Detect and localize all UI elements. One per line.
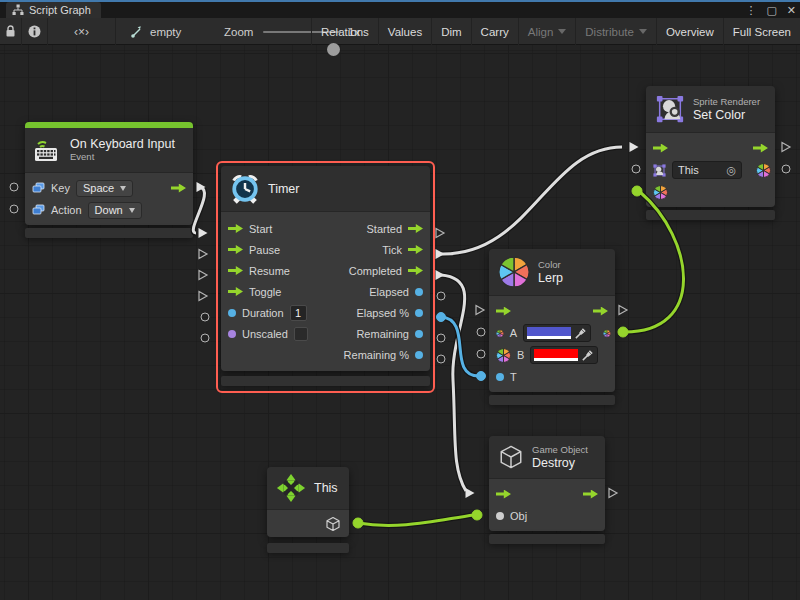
code-view-toggle[interactable]: ‹×› [48,18,116,45]
color-wheel-icon [756,163,771,178]
trigger-out-pin [171,184,186,193]
timer-pause-port[interactable] [198,248,209,260]
destroy-node-header: Game Object Destroy [489,436,605,478]
destroy-obj-port[interactable] [472,510,483,521]
node-timer[interactable]: Timer Start Started Pause Tick Resume Co… [221,166,430,371]
node-this[interactable]: This [267,467,349,537]
timer-row-2: Pause Tick [221,239,430,260]
close-icon[interactable]: ✕ [787,4,796,17]
unscaled-checkbox[interactable] [294,327,308,341]
setcolor-ctrl-in-pin [653,144,668,153]
lerp-node-title: Lerp [538,271,563,285]
lerp-t-row: T [489,366,615,388]
maximize-icon[interactable]: ▢ [766,4,776,17]
target-object-field[interactable]: This ◎ [672,161,742,179]
node-destroy[interactable]: Game Object Destroy Obj [489,436,605,531]
timer-remaining-percent-port[interactable] [437,355,446,364]
node-set-color[interactable]: Sprite Renderer Set Color This ◎ [646,86,775,207]
timer-started-port[interactable] [435,227,446,239]
setcolor-ctrl-out-pin [753,144,768,153]
graph-toolbar: ‹×› empty Zoom 1x Relations Values Dim C… [0,18,800,45]
color-wheel-icon [603,326,611,341]
lerp-a-port[interactable] [477,328,486,337]
window-menu-icon[interactable]: ⋮ [745,4,756,17]
duration-value-field[interactable]: 1 [290,305,307,321]
color-a-swatch[interactable] [527,327,571,339]
values-button[interactable]: Values [378,18,431,45]
destroy-node-category: Game Object [532,444,588,456]
lerp-a-label: A [510,327,517,339]
relations-button[interactable]: Relations [311,18,378,45]
timer-toggle-port[interactable] [198,290,209,302]
keyboard-key-port[interactable] [10,183,19,192]
distribute-button[interactable]: Distribute [575,18,656,45]
keyboard-trigger-out-port[interactable] [195,181,207,194]
duration-in-pin [228,309,236,317]
tab-script-graph[interactable]: Script Graph [6,2,101,18]
sprite-renderer-icon [655,94,685,124]
lerp-result-port[interactable] [618,327,629,338]
timer-remaining-port[interactable] [437,334,446,343]
key-dropdown[interactable]: Space [76,180,133,197]
timer-resume-port[interactable] [198,269,209,281]
destroy-ctrl-out-port[interactable] [608,487,619,499]
timer-unscaled-port[interactable] [201,334,210,343]
info-button[interactable] [22,18,48,45]
timer-duration-port[interactable] [201,313,210,322]
timer-node-title: Timer [268,182,299,196]
keyboard-action-port[interactable] [10,205,19,214]
graph-breadcrumb[interactable]: empty [130,18,181,45]
tick-out-pin [408,245,423,254]
timer-row-7: Remaining % [221,344,430,365]
lerp-ctrl-out-port[interactable] [618,304,629,316]
graph-hierarchy-icon [12,4,24,16]
node-color-lerp[interactable]: Color Lerp A [489,249,615,392]
lerp-b-row: B [489,344,615,366]
setcolor-ctrl-in-port[interactable] [628,141,640,154]
overview-button[interactable]: Overview [656,18,723,45]
this-out-port[interactable] [353,518,364,529]
lock-icon [5,25,16,38]
setcolor-ctrl-out-port[interactable] [781,141,792,153]
carry-button[interactable]: Carry [471,18,518,45]
destroy-node-footer [489,534,605,544]
timer-row-3: Resume Completed [221,260,430,281]
color-b-swatch[interactable] [534,349,578,361]
color-b-field[interactable] [530,346,598,364]
fullscreen-button[interactable]: Full Screen [723,18,800,45]
timer-tick-port[interactable] [434,248,446,261]
node-on-keyboard-input[interactable]: On Keyboard Input Event Key Space Action [25,122,193,225]
dim-button[interactable]: Dim [431,18,470,45]
setcolor-node-body: This ◎ [646,132,775,207]
toolbar-right-group: Relations Values Dim Carry Align Distrib… [311,18,800,45]
align-button[interactable]: Align [518,18,576,45]
obj-in-pin [496,512,504,520]
start-in-pin [228,224,243,233]
setcolor-out-port[interactable] [782,165,791,174]
lerp-b-port[interactable] [477,350,486,359]
timer-elapsed-percent-port[interactable] [436,312,446,322]
timer-row-4: Toggle Elapsed [221,281,430,302]
color-wheel-icon [496,326,504,341]
lerp-t-port[interactable] [476,371,486,381]
destroy-ctrl-in-port[interactable] [464,487,476,500]
timer-start-port[interactable] [197,227,209,240]
eyedropper-icon[interactable] [574,327,587,340]
game-object-cube-icon [498,444,524,470]
color-a-field[interactable] [523,324,591,342]
setcolor-color-port[interactable] [632,186,643,197]
action-dropdown[interactable]: Down [88,202,142,219]
setcolor-target-port[interactable] [632,165,641,174]
completed-out-pin [408,266,423,275]
timer-node-body: Start Started Pause Tick Resume Complete… [221,211,430,371]
setcolor-target-row: This ◎ [646,159,775,181]
lerp-ctrl-in-port[interactable] [475,304,486,316]
timer-elapsed-port[interactable] [437,292,446,301]
lock-button[interactable] [0,18,22,45]
timer-completed-port[interactable] [434,269,446,282]
elapsed-percent-out-pin [415,309,423,317]
lerp-ctrl-in-pin [496,307,511,316]
elapsed-out-pin [415,288,423,296]
object-picker-icon[interactable]: ◎ [726,164,736,177]
eyedropper-icon[interactable] [581,349,594,362]
